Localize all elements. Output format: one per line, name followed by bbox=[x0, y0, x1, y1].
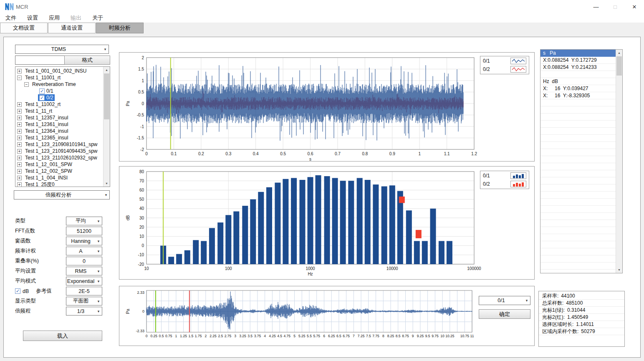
tree-item-content[interactable]: Test 1_11_rt bbox=[24, 108, 53, 114]
tab-2[interactable]: 时频分析 bbox=[96, 23, 144, 33]
expand-icon[interactable]: + bbox=[17, 169, 22, 174]
tree-item-content[interactable]: Test 1_12357_insul bbox=[24, 114, 69, 121]
collapse-icon[interactable]: − bbox=[24, 82, 29, 87]
window-function-select[interactable]: Hanning▾ bbox=[66, 237, 102, 245]
type-select[interactable]: 平均▾ bbox=[66, 217, 102, 225]
menu-item-0[interactable]: 文件 bbox=[0, 13, 22, 23]
tree-item[interactable]: +Test 1_123_210914094435_spw bbox=[16, 148, 103, 154]
tree-item[interactable]: +Test 1_25度0 bbox=[16, 181, 103, 187]
confirm-button[interactable]: 确定 bbox=[479, 309, 530, 319]
tree-item[interactable]: +Test 1_12_002_SPW bbox=[16, 168, 103, 174]
display-type-select[interactable]: 平面图▾ bbox=[66, 297, 102, 305]
maximize-button[interactable]: □ bbox=[606, 0, 625, 13]
tree-item[interactable]: +Test 1_11002_rt bbox=[16, 101, 103, 108]
table-scrollbar[interactable]: ▲ ▼ bbox=[616, 50, 622, 273]
octave-bar bbox=[316, 175, 321, 264]
tree-item-content[interactable]: ✓0/2 bbox=[38, 94, 55, 101]
overview-channel-select[interactable]: 0/1 ▾ bbox=[479, 296, 530, 305]
tree-item[interactable]: +Test 1_001_001_002_INSU bbox=[16, 68, 103, 74]
tree-item[interactable]: −Reverberation Time bbox=[16, 81, 103, 88]
tree-item[interactable]: +Test 1_12365_insul bbox=[16, 134, 103, 141]
overlap-input[interactable]: 0 bbox=[66, 257, 102, 265]
tree-scrollbar[interactable]: ▲ ▼ bbox=[103, 67, 110, 187]
analysis-type-select[interactable]: 倍频程分析 ▾ bbox=[14, 190, 110, 199]
octave-bar bbox=[414, 241, 420, 265]
tree-item[interactable]: +Test 1_12357_insul bbox=[16, 114, 103, 121]
expand-icon[interactable]: + bbox=[17, 102, 22, 107]
tree-item-content[interactable]: Test 1_001_001_002_INSU bbox=[24, 68, 88, 74]
tree-item-content[interactable]: Test 1_1_004_INSI bbox=[24, 174, 69, 181]
time-chart[interactable]: 00.10.20.30.40.50.60.70.80.911.11.221.51… bbox=[119, 52, 535, 162]
tree-item[interactable]: +Test 1_11_rt bbox=[16, 108, 103, 114]
tree-item-content[interactable]: Test 1_123_211026102932_spw bbox=[24, 154, 98, 161]
tree-item-content[interactable]: Test 1_11001_rt bbox=[24, 74, 62, 81]
tree-item-content[interactable]: Test 1_12364_insul bbox=[24, 128, 69, 134]
tree-item-content[interactable]: Test 1_123_210908101941_spw bbox=[24, 141, 98, 148]
expand-icon[interactable]: + bbox=[17, 142, 22, 147]
scroll-down-icon[interactable]: ▼ bbox=[104, 180, 110, 187]
overview-chart[interactable]: 00.250.50.7511.251.51.7522.252.52.7533.2… bbox=[119, 286, 535, 346]
minimize-button[interactable]: — bbox=[586, 0, 606, 13]
average-setting-select[interactable]: RMS▾ bbox=[66, 267, 102, 275]
tree-item-content[interactable]: Test 1_123_210914094435_spw bbox=[24, 148, 98, 154]
expand-icon[interactable]: + bbox=[17, 176, 22, 180]
tree-item-content[interactable]: Test 1_12_001_SPW bbox=[24, 161, 73, 168]
expand-icon[interactable]: + bbox=[17, 122, 22, 127]
fft-points-input[interactable]: 51200 bbox=[66, 227, 102, 235]
table-scrollbar-thumb[interactable] bbox=[616, 56, 622, 76]
tree-item-content[interactable]: ✓0/1 bbox=[38, 88, 55, 94]
load-button[interactable]: 载入 bbox=[23, 331, 102, 341]
cursor-table-header[interactable]: s Pa bbox=[540, 50, 616, 57]
menu-item-1[interactable]: 设置 bbox=[22, 13, 43, 23]
expand-icon[interactable]: + bbox=[17, 162, 22, 167]
scroll-up-icon[interactable]: ▲ bbox=[616, 50, 622, 56]
average-mode-select[interactable]: Exponential▾ bbox=[66, 277, 102, 285]
svg-text:0: 0 bbox=[141, 243, 144, 248]
tree-scrollbar-thumb[interactable] bbox=[104, 73, 109, 119]
frequency-weighting-select[interactable]: A▾ bbox=[66, 247, 102, 255]
expand-icon[interactable]: + bbox=[17, 116, 22, 120]
tree-item-content[interactable]: Test 1_12365_insul bbox=[24, 134, 69, 141]
tree-item[interactable]: +Test 1_12_001_SPW bbox=[16, 161, 103, 168]
format-button[interactable]: 格式 bbox=[64, 56, 110, 65]
octave-chart[interactable]: 80706050403020100-10-2010100100010000100… bbox=[119, 166, 535, 280]
tree-item[interactable]: +Test 1_1_004_INSI bbox=[16, 174, 103, 181]
scroll-down-icon[interactable]: ▼ bbox=[616, 267, 622, 273]
tab-0[interactable]: 文档设置 bbox=[0, 23, 48, 33]
close-button[interactable]: ✕ bbox=[625, 0, 644, 13]
db-checkbox[interactable]: ✓ bbox=[15, 288, 20, 294]
tree-item[interactable]: −Test 1_11001_rt bbox=[16, 74, 103, 81]
tree-item[interactable]: +Test 1_123_211026102932_spw bbox=[16, 154, 103, 161]
tree-item-content[interactable]: Test 1_12_002_SPW bbox=[24, 168, 73, 174]
tab-1[interactable]: 通道设置 bbox=[48, 23, 96, 33]
octave-bar bbox=[357, 178, 363, 265]
tree-item[interactable]: ✓0/1 bbox=[16, 88, 103, 94]
expand-icon[interactable]: + bbox=[17, 156, 22, 160]
svg-text:-2.33: -2.33 bbox=[136, 329, 144, 333]
reference-value-input[interactable]: 2E-5 bbox=[66, 287, 102, 295]
tree-item[interactable]: ✓0/2 bbox=[16, 94, 103, 101]
expand-icon[interactable]: + bbox=[17, 129, 22, 134]
format-filter-input[interactable] bbox=[15, 56, 65, 65]
channel-checkbox[interactable]: ✓ bbox=[39, 95, 45, 101]
tree-item[interactable]: +Test 1_123_210908101941_spw bbox=[16, 141, 103, 148]
expand-icon[interactable]: + bbox=[17, 182, 22, 187]
file-format-select[interactable]: TDMS ▾ bbox=[15, 45, 109, 54]
menu-item-4[interactable]: 关于 bbox=[87, 13, 109, 23]
expand-icon[interactable]: + bbox=[17, 109, 22, 114]
tree-item-content[interactable]: Test 1_11002_rt bbox=[24, 101, 62, 108]
scroll-up-icon[interactable]: ▲ bbox=[104, 67, 110, 73]
expand-icon[interactable]: + bbox=[17, 136, 22, 140]
tree-item-content[interactable]: Test 1_12361_insul bbox=[24, 121, 69, 128]
octave-bar bbox=[332, 178, 338, 265]
expand-icon[interactable]: + bbox=[17, 149, 22, 154]
expand-icon[interactable]: + bbox=[17, 69, 22, 73]
channel-checkbox[interactable]: ✓ bbox=[39, 88, 45, 94]
tree-item-content[interactable]: Test 1_25度0 bbox=[24, 181, 56, 187]
menu-item-2[interactable]: 应用 bbox=[43, 13, 65, 23]
tree-item[interactable]: +Test 1_12361_insul bbox=[16, 121, 103, 128]
tree-item[interactable]: +Test 1_12364_insul bbox=[16, 128, 103, 134]
collapse-icon[interactable]: − bbox=[17, 76, 22, 80]
octave-select[interactable]: 1/3▾ bbox=[66, 307, 102, 316]
tree-item-content[interactable]: Reverberation Time bbox=[31, 81, 77, 88]
